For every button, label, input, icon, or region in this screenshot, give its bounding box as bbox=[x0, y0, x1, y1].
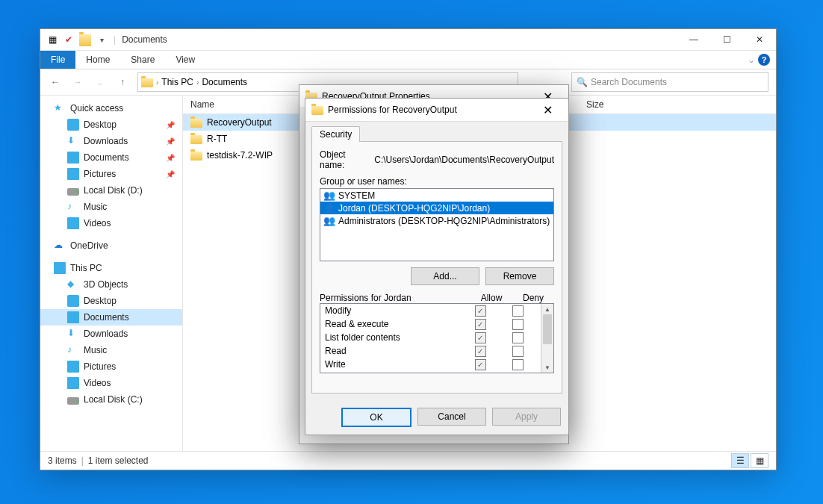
chevron-right-icon[interactable]: › bbox=[196, 78, 199, 87]
sidebar-item[interactable]: Local Disk (D:) bbox=[40, 182, 182, 199]
dl-icon: ⬇ bbox=[67, 135, 79, 147]
nav-up-button[interactable]: ↑ bbox=[115, 77, 130, 87]
cancel-button[interactable]: Cancel bbox=[417, 408, 486, 426]
deny-checkbox[interactable] bbox=[512, 305, 524, 317]
ribbon: File Home Share View ⌵ ? bbox=[40, 51, 776, 69]
desktop-icon bbox=[67, 119, 79, 131]
nav-back-button[interactable]: ← bbox=[48, 77, 63, 87]
user-icon: 👤 bbox=[323, 203, 335, 213]
sidebar-item-label: Pictures bbox=[84, 169, 116, 179]
file-name: R-TT bbox=[207, 134, 227, 144]
sidebar-item[interactable]: Documents📌 bbox=[40, 149, 182, 166]
doc-icon bbox=[67, 152, 79, 164]
nav-recent-icon[interactable]: ⌵ bbox=[93, 78, 108, 87]
sidebar-item-label: Music bbox=[84, 345, 107, 355]
search-input[interactable]: 🔍 Search Documents bbox=[571, 72, 768, 92]
principal-row[interactable]: 👥SYSTEM bbox=[320, 189, 553, 202]
principal-row[interactable]: 👤Jordan (DESKTOP-HQG2NIP\Jordan) bbox=[320, 202, 553, 214]
deny-checkbox[interactable] bbox=[512, 346, 524, 357]
dialog-body: Object name: C:\Users\Jordan\Documents\R… bbox=[311, 141, 562, 393]
close-button[interactable]: ✕ bbox=[532, 99, 562, 121]
allow-header: Allow bbox=[470, 293, 512, 303]
close-button[interactable]: ✕ bbox=[743, 29, 776, 50]
sidebar-item[interactable]: Documents bbox=[40, 309, 182, 326]
chevron-right-icon[interactable]: › bbox=[156, 78, 158, 87]
permission-name: List folder contents bbox=[325, 332, 462, 343]
crumb-current[interactable]: Documents bbox=[202, 77, 247, 87]
crumb-thispc[interactable]: This PC bbox=[161, 77, 193, 87]
group-icon: 👥 bbox=[323, 216, 335, 225]
star-icon: ★ bbox=[54, 102, 66, 114]
pin-icon: 📌 bbox=[166, 170, 175, 178]
sidebar-item[interactable]: Pictures bbox=[40, 358, 182, 375]
sidebar-item[interactable]: Pictures📌 bbox=[40, 166, 182, 182]
sidebar-item[interactable]: ⬇Downloads bbox=[40, 326, 182, 342]
permissions-list: ModifyRead & executeList folder contents… bbox=[320, 303, 554, 373]
status-selection: 1 item selected bbox=[88, 455, 149, 466]
allow-checkbox[interactable] bbox=[475, 305, 486, 317]
permission-name: Write bbox=[325, 359, 462, 370]
ribbon-tab-file[interactable]: File bbox=[40, 51, 75, 69]
scroll-thumb[interactable] bbox=[543, 314, 552, 344]
sidebar-onedrive[interactable]: ☁ OneDrive bbox=[40, 237, 182, 254]
sidebar-item[interactable]: ⬇Downloads📌 bbox=[40, 133, 182, 149]
principal-row[interactable]: 👥Administrators (DESKTOP-HQG2NIP\Adminis… bbox=[320, 214, 553, 227]
ribbon-expand-icon[interactable]: ⌵ bbox=[749, 56, 754, 64]
deny-checkbox[interactable] bbox=[512, 319, 524, 330]
allow-checkbox[interactable] bbox=[475, 346, 486, 357]
properties-icon[interactable]: ▦ bbox=[46, 34, 58, 46]
view-icons-button[interactable]: ▦ bbox=[751, 453, 768, 468]
dl-icon: ⬇ bbox=[67, 328, 79, 340]
scroll-down-icon[interactable]: ▼ bbox=[541, 362, 553, 373]
ok-button[interactable]: OK bbox=[341, 408, 412, 427]
column-size[interactable]: Size bbox=[579, 99, 603, 110]
search-icon: 🔍 bbox=[577, 77, 588, 87]
permission-row: Write bbox=[320, 358, 541, 371]
scrollbar[interactable]: ▲ ▼ bbox=[541, 304, 553, 373]
nav-forward-button[interactable]: → bbox=[70, 77, 85, 87]
status-count: 3 items bbox=[48, 455, 77, 466]
view-details-button[interactable]: ☰ bbox=[731, 453, 749, 468]
tab-security[interactable]: Security bbox=[311, 126, 360, 142]
minimize-button[interactable]: — bbox=[677, 29, 710, 50]
sidebar-this-pc[interactable]: This PC bbox=[40, 260, 182, 276]
3d-icon: ◆ bbox=[67, 279, 79, 290]
group-icon: 👥 bbox=[323, 190, 335, 200]
folder-icon bbox=[190, 152, 202, 161]
sidebar-item[interactable]: Local Disk (C:) bbox=[40, 391, 182, 408]
folder-icon bbox=[79, 34, 91, 46]
maximize-button[interactable]: ☐ bbox=[710, 29, 743, 50]
sidebar-item[interactable]: Desktop📌 bbox=[40, 116, 182, 133]
remove-button[interactable]: Remove bbox=[485, 267, 554, 285]
sidebar-label: Quick access bbox=[70, 103, 123, 113]
sidebar-item[interactable]: ◆3D Objects bbox=[40, 276, 182, 293]
allow-checkbox[interactable] bbox=[475, 332, 486, 343]
sidebar-item[interactable]: ♪Music bbox=[40, 342, 182, 358]
sidebar-item-label: Local Disk (D:) bbox=[84, 185, 143, 196]
qat-dropdown-icon[interactable]: ▾ bbox=[96, 34, 108, 46]
deny-checkbox[interactable] bbox=[512, 332, 524, 343]
ribbon-tab-home[interactable]: Home bbox=[75, 51, 120, 69]
new-folder-icon[interactable]: ✔ bbox=[63, 34, 75, 46]
groups-listbox[interactable]: 👥SYSTEM👤Jordan (DESKTOP-HQG2NIP\Jordan)👥… bbox=[320, 188, 554, 261]
desktop-icon bbox=[67, 295, 79, 307]
sidebar-quick-access[interactable]: ★ Quick access bbox=[40, 100, 182, 116]
ribbon-tab-share[interactable]: Share bbox=[120, 51, 165, 69]
apply-button[interactable]: Apply bbox=[492, 408, 561, 426]
allow-checkbox[interactable] bbox=[475, 359, 486, 370]
allow-checkbox[interactable] bbox=[475, 373, 486, 373]
ribbon-tab-view[interactable]: View bbox=[165, 51, 205, 69]
deny-checkbox[interactable] bbox=[512, 373, 524, 373]
sidebar-item[interactable]: ♪Music bbox=[40, 199, 182, 215]
help-icon[interactable]: ? bbox=[758, 54, 770, 66]
video-icon bbox=[67, 377, 79, 389]
deny-checkbox[interactable] bbox=[512, 359, 524, 370]
add-button[interactable]: Add... bbox=[411, 267, 479, 285]
sidebar-item[interactable]: Videos bbox=[40, 215, 182, 231]
permission-row: List folder contents bbox=[320, 331, 541, 344]
sidebar-item-label: Downloads bbox=[84, 136, 128, 146]
sidebar-item[interactable]: Desktop bbox=[40, 293, 182, 309]
allow-checkbox[interactable] bbox=[475, 319, 486, 330]
sidebar-item[interactable]: Videos bbox=[40, 375, 182, 391]
scroll-up-icon[interactable]: ▲ bbox=[541, 304, 553, 314]
